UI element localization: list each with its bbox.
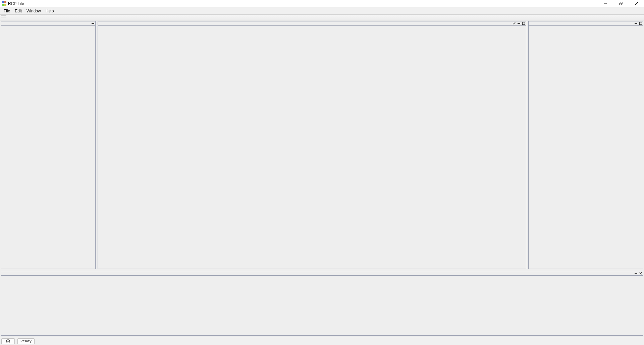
svg-rect-5 xyxy=(620,3,622,5)
bottom-pane-close-button[interactable] xyxy=(639,272,642,275)
svg-rect-0 xyxy=(2,1,4,3)
app-icon xyxy=(1,1,7,6)
editor-pane-minimize-button[interactable] xyxy=(517,22,521,25)
window-controls xyxy=(598,0,644,7)
svg-rect-13 xyxy=(640,22,642,25)
menu-edit[interactable]: Edit xyxy=(12,8,24,14)
toolbar-strip xyxy=(0,15,644,20)
left-pane-body xyxy=(1,26,95,269)
workbench xyxy=(0,20,644,337)
editor-pane-restore-button[interactable] xyxy=(513,22,516,25)
running-icon xyxy=(6,339,10,343)
bottom-pane-tabbar xyxy=(1,271,643,276)
svg-point-18 xyxy=(7,341,8,342)
bottom-pane-body xyxy=(1,276,643,335)
status-progress-button[interactable] xyxy=(1,338,15,344)
toolbar-handle[interactable] xyxy=(1,15,6,17)
right-pane-body xyxy=(529,26,643,269)
bottom-pane-minimize-button[interactable] xyxy=(634,272,638,275)
svg-rect-10 xyxy=(518,23,520,24)
window-close-button[interactable] xyxy=(629,0,644,7)
status-text-label: Ready xyxy=(20,339,32,343)
right-pane-maximize-button[interactable] xyxy=(639,22,642,25)
bottom-pane xyxy=(1,271,643,336)
titlebar: RCP Lite xyxy=(0,0,644,7)
right-pane-minimize-button[interactable] xyxy=(634,22,638,25)
editor-pane-tabbar xyxy=(98,21,526,26)
right-pane-tabbar xyxy=(529,21,643,26)
menu-file[interactable]: File xyxy=(1,8,12,14)
editor-pane-maximize-button[interactable] xyxy=(522,22,525,25)
editor-pane-body xyxy=(98,26,526,269)
status-text: Ready xyxy=(17,338,35,344)
editor-pane xyxy=(98,21,526,269)
svg-rect-12 xyxy=(635,23,637,24)
left-pane xyxy=(1,21,96,269)
svg-rect-9 xyxy=(92,23,94,24)
menu-window[interactable]: Window xyxy=(24,8,43,14)
statusbar: Ready xyxy=(0,337,644,345)
svg-rect-14 xyxy=(635,273,637,274)
window-maximize-button[interactable] xyxy=(613,0,629,7)
right-pane xyxy=(528,21,643,269)
window-minimize-button[interactable] xyxy=(598,0,613,7)
svg-rect-1 xyxy=(4,1,6,3)
left-pane-minimize-button[interactable] xyxy=(91,22,95,25)
menubar: File Edit Window Help xyxy=(0,7,644,15)
window-title: RCP Lite xyxy=(8,1,24,6)
menu-help[interactable]: Help xyxy=(43,8,56,14)
svg-rect-11 xyxy=(523,22,525,25)
svg-rect-6 xyxy=(620,2,622,4)
left-pane-tabbar xyxy=(1,21,95,26)
svg-rect-2 xyxy=(2,4,4,6)
svg-rect-3 xyxy=(4,4,6,6)
